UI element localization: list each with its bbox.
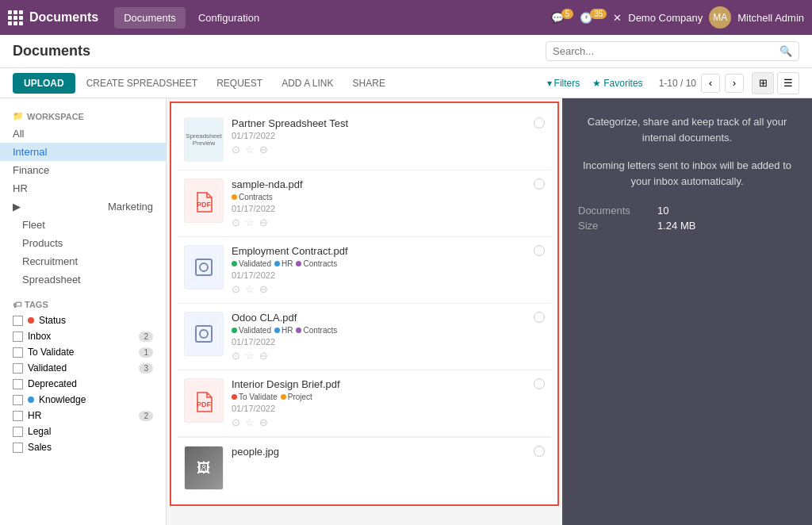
sidebar-item-recruitment[interactable]: Recruitment (0, 252, 166, 270)
table-row[interactable]: SpreadsheetPreview Partner Spreadsheet T… (178, 109, 551, 171)
doc-select[interactable] (534, 378, 545, 389)
doc-actions: ⊙ ☆ ⊖ (232, 144, 526, 155)
sales-checkbox[interactable] (13, 443, 23, 453)
app-brand[interactable]: Documents (8, 10, 98, 25)
deprecated-checkbox[interactable] (13, 379, 23, 389)
doc-select[interactable] (534, 117, 545, 128)
tag-status[interactable]: Status (0, 312, 166, 328)
star-icon[interactable]: ☆ (245, 217, 255, 228)
table-row[interactable]: PDF Interior Design Brief.pdf To Validat… (178, 370, 551, 437)
tag-to-validate[interactable]: To Validate 1 (0, 344, 166, 360)
doc-tags: Validated HR Contracts (232, 259, 526, 268)
tag-deprecated[interactable]: Deprecated (0, 376, 166, 392)
right-panel: Categorize, share and keep track of all … (562, 98, 812, 525)
knowledge-hr-checkbox[interactable] (13, 411, 23, 421)
nav-configuration[interactable]: Configuration (189, 7, 269, 29)
tag-knowledge[interactable]: Knowledge (0, 392, 166, 408)
star-icon[interactable]: ☆ (245, 283, 255, 295)
knowledge-checkbox[interactable] (13, 395, 23, 405)
tag-legal[interactable]: Legal (0, 423, 166, 439)
sidebar: 📁 WORKSPACE All Internal Finance HR ▶ Ma… (0, 98, 167, 525)
share-icon[interactable]: ⊙ (232, 350, 240, 362)
minus-icon[interactable]: ⊖ (259, 416, 268, 428)
right-panel-stats: Documents 10 Size 1.24 MB (578, 205, 796, 232)
share-icon[interactable]: ⊙ (232, 283, 240, 295)
page-title: Documents (13, 43, 90, 59)
navbar-right: 💬 5 🕐 35 ✕ Demo Company MA Mitchell Admi… (551, 6, 804, 29)
app-title: Documents (29, 10, 98, 25)
prev-page-button[interactable]: ‹ (701, 74, 720, 93)
status-checkbox[interactable] (13, 316, 23, 326)
doc-tag: To Validate (232, 393, 278, 401)
validated-checkbox[interactable] (13, 363, 23, 374)
inbox-count: 2 (139, 331, 153, 342)
tag-validated[interactable]: Validated 3 (0, 360, 166, 376)
doc-date: 01/17/2022 (232, 337, 526, 347)
tag-sales[interactable]: Sales (0, 439, 166, 455)
next-page-button[interactable]: › (725, 74, 744, 93)
messages-button[interactable]: 💬 5 (551, 12, 574, 24)
tag-knowledge-hr[interactable]: HR 2 (0, 408, 166, 423)
sidebar-item-finance[interactable]: Finance (0, 161, 166, 179)
doc-tag: Project (281, 393, 312, 401)
create-spreadsheet-button[interactable]: CREATE SPREADSHEET (79, 73, 205, 94)
doc-name: Interior Design Brief.pdf (232, 378, 526, 390)
knowledge-hr-count: 2 (139, 411, 153, 421)
tag-dot (232, 194, 237, 200)
navbar: Documents Documents Configuration 💬 5 🕐 … (0, 0, 812, 35)
doc-tag: HR (274, 326, 293, 335)
favorites-button[interactable]: ★ Favorites (592, 78, 642, 89)
sidebar-item-fleet[interactable]: Fleet (0, 216, 166, 234)
to-validate-checkbox[interactable] (13, 347, 23, 358)
legal-checkbox[interactable] (13, 427, 23, 437)
sidebar-item-hr[interactable]: HR (0, 179, 166, 197)
inbox-checkbox[interactable] (13, 331, 23, 342)
close-icon[interactable]: ✕ (613, 12, 622, 24)
share-icon[interactable]: ⊙ (232, 217, 240, 228)
table-row[interactable]: Employment Contract.pdf Validated HR (178, 237, 551, 304)
search-input[interactable] (553, 45, 779, 57)
list-view-button[interactable]: ☰ (777, 72, 799, 94)
doc-select[interactable] (534, 178, 545, 190)
stat-size: Size 1.24 MB (578, 220, 796, 232)
minus-icon[interactable]: ⊖ (259, 283, 268, 295)
sidebar-item-internal[interactable]: Internal (0, 143, 166, 161)
share-icon[interactable]: ⊙ (232, 416, 240, 428)
star-icon[interactable]: ☆ (245, 350, 255, 362)
svg-rect-2 (191, 253, 216, 282)
doc-info: Partner Spreadsheet Test 01/17/2022 ⊙ ☆ … (232, 117, 526, 155)
nav-documents[interactable]: Documents (114, 7, 186, 29)
table-row[interactable]: PDF sample-nda.pdf Contracts 01/17/2022 … (178, 171, 551, 237)
box-icon (184, 245, 224, 289)
add-link-button[interactable]: ADD A LINK (274, 73, 341, 94)
table-row[interactable]: Odoo CLA.pdf Validated HR Contracts (178, 304, 551, 370)
activities-button[interactable]: 🕐 35 (580, 12, 607, 24)
tag-dot (296, 328, 301, 333)
filters-button[interactable]: ▾ Filters (547, 78, 580, 89)
doc-select[interactable] (534, 245, 545, 256)
grid-icon[interactable] (8, 10, 23, 25)
sidebar-item-products[interactable]: Products (0, 234, 166, 252)
star-icon[interactable]: ☆ (245, 416, 255, 428)
upload-button[interactable]: UPLOAD (13, 73, 75, 94)
tag-inbox[interactable]: Inbox 2 (0, 328, 166, 344)
star-icon[interactable]: ☆ (245, 144, 255, 155)
share-icon[interactable]: ⊙ (232, 144, 240, 155)
minus-icon[interactable]: ⊖ (259, 350, 268, 362)
sidebar-item-marketing[interactable]: ▶ Marketing (0, 197, 166, 216)
doc-info: Odoo CLA.pdf Validated HR Contracts (232, 312, 526, 362)
search-bar[interactable]: 🔍 (546, 41, 799, 61)
doc-date: 01/17/2022 (232, 131, 526, 140)
doc-select[interactable] (534, 446, 545, 457)
avatar[interactable]: MA (709, 6, 731, 29)
grid-view-button[interactable]: ⊞ (752, 72, 774, 94)
table-row[interactable]: 🖼 people.jpg (178, 437, 551, 498)
sidebar-item-spreadsheet[interactable]: Spreadsheet (0, 270, 166, 289)
doc-select[interactable] (534, 312, 545, 323)
sidebar-item-all[interactable]: All (0, 125, 166, 143)
request-button[interactable]: REQUEST (209, 73, 270, 94)
minus-icon[interactable]: ⊖ (259, 144, 268, 155)
minus-icon[interactable]: ⊖ (259, 217, 268, 228)
doc-info: sample-nda.pdf Contracts 01/17/2022 ⊙ ☆ … (232, 178, 526, 228)
share-button[interactable]: SHARE (345, 73, 393, 94)
